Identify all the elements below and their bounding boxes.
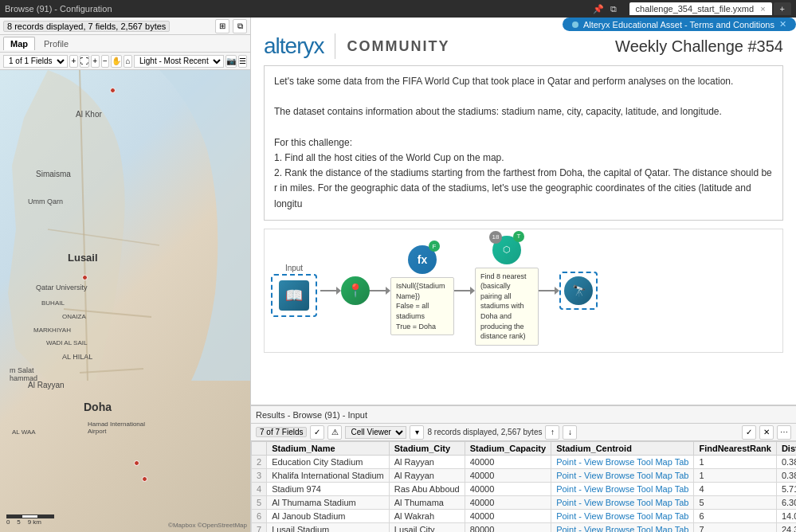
fields-badge: 7 of 7 Fields bbox=[256, 427, 307, 437]
check-btn[interactable]: ✓ bbox=[310, 425, 324, 440]
line-2 bbox=[370, 290, 386, 291]
map-label-alkhor: Al Khor bbox=[76, 110, 102, 119]
cell-stadium-name: Khalifa International Stadium bbox=[267, 469, 390, 483]
neighbor-badge-t: T bbox=[513, 231, 524, 242]
cell-record: 6 bbox=[252, 510, 267, 523]
map-label-qataruni: Qatar University bbox=[36, 284, 88, 291]
connector-1 bbox=[320, 267, 341, 315]
cell-distance: 0.386556 bbox=[776, 469, 796, 483]
tab-profile[interactable]: Profile bbox=[37, 37, 75, 50]
warning-btn[interactable]: ⚠ bbox=[327, 425, 342, 440]
left-toolbar-1: 8 records displayed, 7 fields, 2,567 byt… bbox=[0, 18, 250, 35]
plus-btn[interactable]: + bbox=[69, 55, 78, 68]
left-panel: 8 records displayed, 7 fields, 2,567 byt… bbox=[0, 18, 251, 532]
col-header-centroid: Stadium_Centroid bbox=[551, 442, 694, 456]
top-bar: Browse (91) - Configuration 📌 ⧉ challeng… bbox=[0, 0, 796, 18]
cell-rank: 6 bbox=[694, 510, 776, 523]
cell-capacity: 40000 bbox=[465, 483, 551, 496]
neighbor-popup: Find 8 nearest (basically pairing all st… bbox=[475, 268, 539, 346]
home-btn[interactable]: ⌂ bbox=[124, 55, 132, 68]
pan-btn[interactable]: ✋ bbox=[111, 55, 122, 68]
cell-centroid[interactable]: Point - View Browse Tool Map Tab bbox=[551, 483, 694, 496]
style-select[interactable]: Light - Most Recent bbox=[134, 55, 224, 68]
connector-4 bbox=[539, 259, 559, 323]
viewer-toggle[interactable]: ▾ bbox=[410, 425, 424, 440]
cell-centroid[interactable]: Point - View Browse Tool Map Tab bbox=[551, 456, 694, 469]
confirm-btn[interactable]: ✓ bbox=[742, 425, 756, 440]
cell-distance: 24.326201 bbox=[776, 523, 796, 533]
map-profile-tabs: Map Profile bbox=[0, 35, 250, 53]
cell-stadium-name: Al Thumama Stadium bbox=[267, 496, 390, 510]
cell-viewer-select[interactable]: Cell Viewer bbox=[345, 426, 406, 439]
fields-select[interactable]: 1 of 1 Fields bbox=[3, 55, 68, 68]
grid-btn[interactable]: ⊞ bbox=[215, 19, 229, 33]
neighbor-node: ⬡ 18 T Find 8 nearest (basically pairing… bbox=[475, 236, 539, 346]
map-dot-2 bbox=[82, 275, 88, 280]
results-title: Results - Browse (91) - Input bbox=[256, 410, 367, 420]
workflow-input-node: Input 📖 bbox=[271, 264, 317, 317]
cell-record: 2 bbox=[252, 456, 267, 469]
map-label-wadi: WADI AL SAIL bbox=[46, 339, 87, 346]
map-node: 📍 bbox=[341, 276, 370, 305]
col-header-rank: FindNearestRank bbox=[694, 442, 776, 456]
line-3 bbox=[454, 290, 470, 291]
map-dot-1 bbox=[110, 88, 116, 93]
pin-icon[interactable]: 📌 bbox=[593, 4, 604, 14]
map-controls-toolbar: 1 of 1 Fields + ⛶ + − ✋ ⌂ Light - Most R… bbox=[0, 53, 250, 70]
close-btn[interactable]: ✕ bbox=[759, 425, 774, 440]
results-table: Stadium_Name Stadium_City Stadium_Capaci… bbox=[251, 441, 796, 532]
desc-line-4: 1. Find all the host cities of the World… bbox=[274, 151, 773, 166]
cell-distance: 6.30552 bbox=[776, 496, 796, 510]
down-arrow-btn[interactable]: ↓ bbox=[563, 425, 577, 440]
new-tab-btn[interactable]: + bbox=[774, 2, 791, 15]
cell-record: 5 bbox=[252, 496, 267, 510]
expand-btn[interactable]: ⧉ bbox=[233, 19, 247, 33]
tab-map[interactable]: Map bbox=[3, 37, 35, 50]
cell-stadium-name: Al Janoub Stadium bbox=[267, 510, 390, 523]
map-label-simaisma: Simaisma bbox=[36, 170, 71, 178]
cell-capacity: 40000 bbox=[465, 496, 551, 510]
col-header-record bbox=[252, 442, 267, 456]
map-dot-4 bbox=[142, 476, 147, 482]
cell-centroid[interactable]: Point - View Browse Tool Map Tab bbox=[551, 523, 694, 533]
pin-icon: 📍 bbox=[347, 283, 363, 298]
right-content: Alteryx Educational Asset - Terms and Co… bbox=[251, 18, 796, 405]
terms-text: Alteryx Educational Asset - Terms and Co… bbox=[583, 20, 774, 29]
neighbor-sym-icon: ⬡ bbox=[503, 244, 511, 255]
cell-city: Al Rayyan bbox=[389, 469, 465, 483]
line-4 bbox=[539, 290, 555, 291]
cell-rank: 5 bbox=[694, 496, 776, 510]
more-btn[interactable]: ⋯ bbox=[777, 425, 791, 440]
camera-btn[interactable]: 📷 bbox=[225, 55, 237, 68]
challenge-description: Let's take some data from the FIFA World… bbox=[264, 65, 783, 221]
desc-line-1: Let's take some data from the FIFA World… bbox=[274, 74, 773, 89]
map-area: Al Khor Simaisma Umm Qarn Lusail Qatar U… bbox=[0, 70, 250, 532]
main-layout: 8 records displayed, 7 fields, 2,567 byt… bbox=[0, 18, 796, 532]
up-arrow-btn[interactable]: ↑ bbox=[545, 425, 559, 440]
zoom-in-btn[interactable]: + bbox=[91, 55, 100, 68]
formula-badge-f: F bbox=[429, 241, 440, 252]
input-box: 📖 bbox=[271, 274, 317, 317]
terms-close-icon[interactable]: ✕ bbox=[779, 19, 786, 29]
cell-centroid[interactable]: Point - View Browse Tool Map Tab bbox=[551, 510, 694, 523]
active-tab[interactable]: challenge_354_start_file.yxmd × bbox=[629, 2, 772, 15]
table-row: 7 Lusail Stadium Lusail City 80000 Point… bbox=[252, 523, 797, 533]
zoom-out-btn[interactable]: − bbox=[101, 55, 110, 68]
fit-btn[interactable]: ⛶ bbox=[80, 55, 89, 68]
restore-icon[interactable]: ⧉ bbox=[610, 4, 617, 14]
table-btn[interactable]: ☰ bbox=[238, 55, 247, 68]
cell-centroid[interactable]: Point - View Browse Tool Map Tab bbox=[551, 496, 694, 510]
map-label-alwaa: AL WAA bbox=[12, 428, 36, 436]
records-badge: 8 records displayed, 7 fields, 2,567 byt… bbox=[3, 21, 170, 32]
col-header-distance: DistanceKilometers bbox=[776, 442, 796, 456]
right-panel: Alteryx Educational Asset - Terms and Co… bbox=[251, 18, 796, 532]
map-background: Al Khor Simaisma Umm Qarn Lusail Qatar U… bbox=[0, 70, 250, 532]
cell-city: Al Rayyan bbox=[389, 456, 465, 469]
cell-rank: 7 bbox=[694, 523, 776, 533]
neighbor-badge-num: 18 bbox=[489, 231, 502, 244]
cell-city: Al Thumama bbox=[389, 496, 465, 510]
line-1 bbox=[320, 290, 336, 291]
cell-centroid[interactable]: Point - View Browse Tool Map Tab bbox=[551, 469, 694, 483]
tab-close-icon[interactable]: × bbox=[760, 4, 765, 14]
terms-banner[interactable]: Alteryx Educational Asset - Terms and Co… bbox=[563, 18, 796, 31]
